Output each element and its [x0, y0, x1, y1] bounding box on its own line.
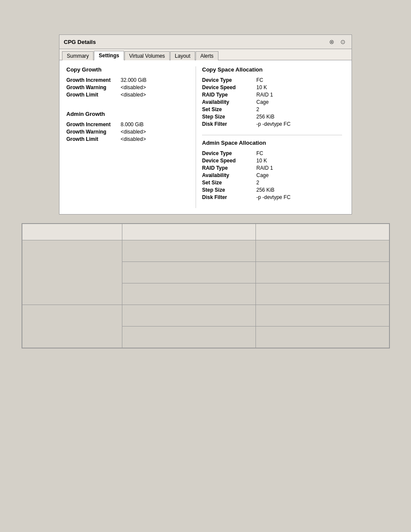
field-value: <disabled>	[121, 84, 146, 90]
field-row: Device Speed 10 K	[202, 158, 342, 164]
collapse-icon[interactable]: ⊗	[327, 37, 336, 46]
field-label: Growth Warning	[66, 129, 118, 135]
field-label: Growth Increment	[66, 77, 118, 83]
field-label: Availability	[202, 172, 254, 178]
field-label: Disk Filter	[202, 194, 254, 200]
table-cell	[122, 283, 255, 305]
field-label: RAID Type	[202, 165, 254, 171]
table-cell	[255, 240, 389, 262]
field-row: Growth Limit <disabled>	[66, 136, 191, 142]
field-value: 10 K	[256, 158, 267, 164]
field-label: Device Speed	[202, 84, 254, 90]
field-label: Step Size	[202, 187, 254, 193]
table-row	[22, 305, 389, 327]
admin-space-header: Admin Space Allocation	[202, 140, 342, 146]
panel-icons: ⊗ ⊙	[327, 37, 347, 46]
field-value: -p -devtype FC	[256, 121, 290, 127]
field-value: <disabled>	[121, 136, 146, 142]
tab-settings[interactable]: Settings	[94, 51, 124, 60]
cpg-content: Copy Growth Growth Increment 32.000 GiB …	[59, 60, 352, 214]
table-cell	[255, 283, 389, 305]
cpg-panel: CPG Details ⊗ ⊙ Summary Settings Virtual…	[59, 34, 352, 215]
field-row: Growth Limit <disabled>	[66, 92, 191, 98]
field-value: RAID 1	[256, 165, 273, 171]
cpg-panel-title: CPG Details	[64, 39, 96, 45]
settings-icon[interactable]: ⊙	[339, 37, 347, 46]
table-header-cell	[122, 224, 255, 240]
field-label: Growth Warning	[66, 84, 118, 90]
bottom-table	[22, 224, 389, 348]
field-value: 10 K	[256, 84, 267, 90]
field-label: Device Speed	[202, 158, 254, 164]
field-value: RAID 1	[256, 92, 273, 98]
field-label: Device Type	[202, 150, 254, 156]
field-value: FC	[256, 150, 263, 156]
copy-growth-fields: Growth Increment 32.000 GiB Growth Warni…	[66, 77, 191, 98]
cpg-panel-header: CPG Details ⊗ ⊙	[59, 35, 352, 49]
field-row: Growth Increment 8.000 GiB	[66, 121, 191, 128]
field-label: RAID Type	[202, 92, 254, 98]
tab-layout[interactable]: Layout	[170, 51, 195, 60]
field-value: <disabled>	[121, 129, 146, 135]
field-row: RAID Type RAID 1	[202, 92, 342, 98]
field-label: Set Size	[202, 180, 254, 186]
field-value: 8.000 GiB	[121, 121, 143, 128]
field-row: Growth Warning <disabled>	[66, 129, 191, 135]
table-cell	[122, 305, 255, 327]
right-column: Copy Space Allocation Device Type FC Dev…	[196, 66, 342, 208]
copy-space-fields: Device Type FC Device Speed 10 K RAID Ty…	[202, 77, 342, 127]
field-row: RAID Type RAID 1	[202, 165, 342, 171]
field-value: 32.000 GiB	[121, 77, 146, 83]
tab-summary[interactable]: Summary	[62, 51, 93, 60]
field-value: 2	[256, 180, 259, 186]
field-row: Availability Cage	[202, 99, 342, 105]
field-value: 256 KiB	[256, 114, 274, 120]
field-row: Growth Warning <disabled>	[66, 84, 191, 90]
tab-alerts[interactable]: Alerts	[196, 51, 218, 60]
table-cell	[255, 262, 389, 283]
field-label: Set Size	[202, 106, 254, 112]
field-row: Device Speed 10 K	[202, 84, 342, 90]
field-label: Device Type	[202, 77, 254, 83]
copy-space-header: Copy Space Allocation	[202, 66, 342, 73]
field-value: -p -devtype FC	[256, 194, 290, 200]
table-row	[22, 240, 389, 262]
field-row: Set Size 2	[202, 180, 342, 186]
table-header-cell	[22, 224, 122, 240]
field-row: Availability Cage	[202, 172, 342, 178]
left-column: Copy Growth Growth Increment 32.000 GiB …	[66, 66, 196, 208]
bottom-table-wrapper	[22, 223, 390, 348]
copy-growth-header: Copy Growth	[66, 66, 191, 73]
field-value: Cage	[256, 99, 269, 105]
field-row: Device Type FC	[202, 150, 342, 156]
table-cell	[255, 327, 389, 348]
admin-growth-fields: Growth Increment 8.000 GiB Growth Warnin…	[66, 121, 191, 142]
field-value: <disabled>	[121, 92, 146, 98]
field-label: Disk Filter	[202, 121, 254, 127]
field-row: Set Size 2	[202, 106, 342, 112]
tabs-bar: Summary Settings Virtual Volumes Layout …	[59, 49, 352, 60]
field-row: Step Size 256 KiB	[202, 187, 342, 193]
field-row: Growth Increment 32.000 GiB	[66, 77, 191, 83]
page-wrapper: CPG Details ⊗ ⊙ Summary Settings Virtual…	[0, 0, 411, 357]
table-header-cell	[255, 224, 389, 240]
field-value: FC	[256, 77, 263, 83]
table-header-row	[22, 224, 389, 240]
table-cell	[22, 305, 122, 348]
table-cell	[122, 327, 255, 348]
field-label: Growth Limit	[66, 92, 118, 98]
field-row: Disk Filter -p -devtype FC	[202, 194, 342, 200]
field-label: Availability	[202, 99, 254, 105]
table-cell	[255, 305, 389, 327]
field-value: 256 KiB	[256, 187, 274, 193]
field-value: Cage	[256, 172, 269, 178]
table-cell	[122, 240, 255, 262]
table-cell	[122, 262, 255, 283]
field-label: Growth Limit	[66, 136, 118, 142]
tab-virtual-volumes[interactable]: Virtual Volumes	[125, 51, 170, 60]
field-value: 2	[256, 106, 259, 112]
table-cell	[22, 240, 122, 305]
field-row: Step Size 256 KiB	[202, 114, 342, 120]
admin-growth-header: Admin Growth	[66, 111, 191, 117]
field-row: Device Type FC	[202, 77, 342, 83]
